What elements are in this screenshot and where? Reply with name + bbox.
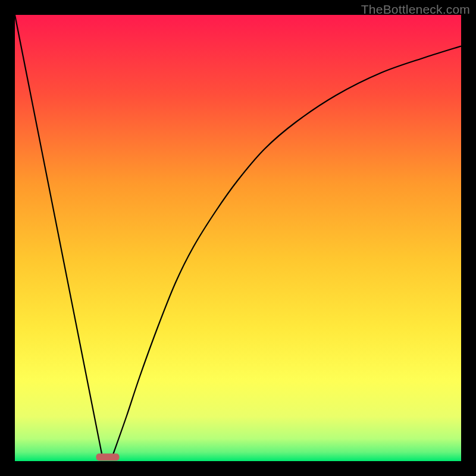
gradient-background — [15, 15, 461, 461]
chart-frame: TheBottleneck.com — [0, 0, 476, 476]
valley-marker — [96, 453, 120, 461]
watermark-text: TheBottleneck.com — [361, 2, 470, 17]
plot-area — [15, 15, 461, 461]
